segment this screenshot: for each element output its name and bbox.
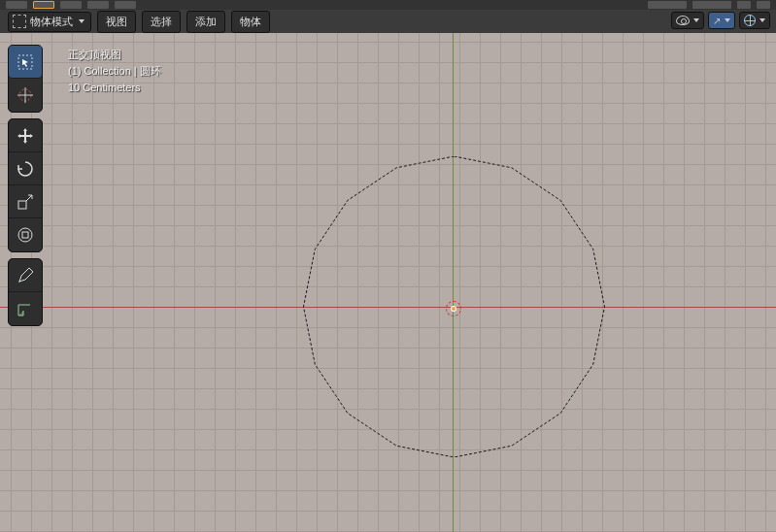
chevron-down-icon [79, 19, 84, 23]
shading-toggle[interactable] [739, 12, 770, 29]
viewport-header: 物体模式 视图 选择 添加 物体 [0, 10, 776, 33]
svg-rect-7 [22, 232, 28, 238]
tool-group-transform [8, 118, 43, 252]
gizmo-toggle[interactable]: ↗ [708, 12, 735, 29]
globe-icon [744, 15, 756, 26]
rotate-icon [16, 159, 35, 179]
tool-move[interactable] [9, 119, 42, 152]
tool-select-box[interactable] [9, 46, 42, 79]
menu-view[interactable]: 视图 [97, 11, 136, 33]
transform-icon [16, 225, 35, 245]
mode-selector[interactable]: 物体模式 [8, 12, 91, 32]
svg-point-8 [18, 281, 20, 283]
scale-icon [16, 192, 35, 212]
move-icon [16, 126, 35, 146]
viewport-info: 正交顶视图 (1) Collection | 圆环 10 Centimeters [68, 47, 161, 96]
menu-add-label: 添加 [195, 16, 217, 27]
menu-object[interactable]: 物体 [231, 11, 270, 33]
tool-rotate[interactable] [9, 152, 42, 185]
pencil-icon [16, 266, 35, 285]
chevron-down-icon [693, 18, 699, 22]
menu-view-label: 视图 [106, 16, 127, 27]
menu-select-label: 选择 [151, 16, 172, 27]
tool-measure[interactable] [9, 292, 42, 325]
collection-line: (1) Collection | 圆环 [68, 63, 161, 80]
gizmo-icon: ↗ [713, 16, 721, 26]
tool-group-annotate [8, 258, 43, 326]
menu-add[interactable]: 添加 [186, 11, 225, 33]
select-box-icon [16, 52, 35, 72]
chevron-down-icon [725, 18, 730, 22]
ruler-icon [16, 299, 35, 318]
toolbar-left [8, 45, 43, 326]
svg-rect-5 [18, 201, 26, 209]
svg-point-6 [18, 228, 32, 242]
tool-cursor[interactable] [9, 79, 42, 112]
tool-annotate[interactable] [9, 259, 42, 292]
tool-group-select [8, 45, 43, 113]
cursor-3d [446, 301, 461, 316]
object-mode-icon [13, 15, 26, 28]
eye-icon [676, 16, 690, 25]
header-right-controls: ↗ [671, 12, 770, 29]
viewport-3d[interactable]: 正交顶视图 (1) Collection | 圆环 10 Centimeters [0, 33, 776, 532]
mode-label: 物体模式 [30, 15, 73, 29]
menu-object-label: 物体 [240, 16, 261, 27]
tool-scale[interactable] [9, 185, 42, 218]
title-strip [0, 0, 776, 10]
scale-line: 10 Centimeters [68, 80, 161, 96]
view-name: 正交顶视图 [68, 47, 161, 63]
menu-select[interactable]: 选择 [142, 11, 181, 33]
overlay-toggle[interactable] [671, 12, 704, 29]
tool-transform[interactable] [9, 218, 42, 251]
cursor-icon [16, 85, 35, 105]
chevron-down-icon [759, 18, 765, 22]
